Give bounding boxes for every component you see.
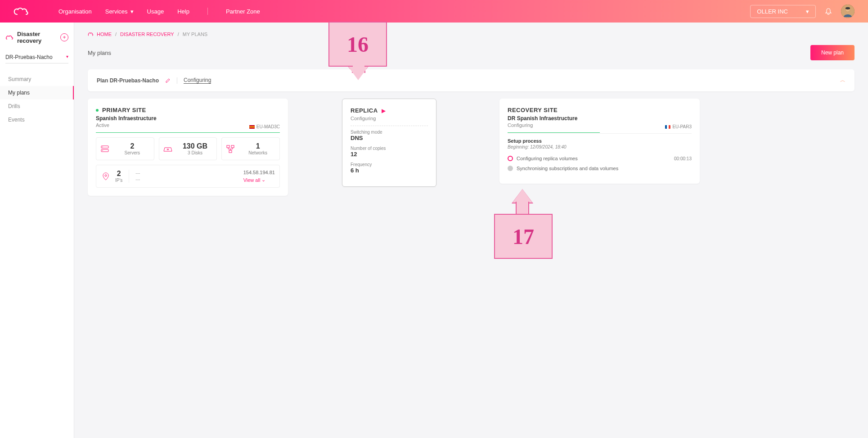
- replica-status: Configuring: [351, 116, 428, 121]
- panels-row: PRIMARY SITE Spanish Infraestructure Act…: [88, 99, 855, 196]
- plan-bar: Plan DR-Pruebas-Nacho Configuring ︿: [88, 69, 855, 91]
- frequency-label: Frequency: [351, 162, 428, 167]
- primary-region: EU-MAD3C: [249, 124, 280, 129]
- page-title: My plans: [88, 50, 111, 56]
- cloud-icon: [5, 35, 13, 40]
- step-active-icon: [508, 156, 513, 161]
- org-name: OLLER INC: [757, 8, 788, 15]
- page-header: My plans New plan: [88, 45, 855, 60]
- frequency-value: 6 h: [351, 167, 428, 174]
- nav-right: OLLER INC ▾: [750, 5, 855, 18]
- add-plan-button[interactable]: +: [60, 33, 68, 41]
- primary-subtitle: Spanish Infraestructure: [96, 115, 280, 122]
- step2-label: Synchronising subscriptions and data vol…: [517, 166, 618, 171]
- copies-value: 12: [351, 151, 428, 158]
- flag-france-icon: [665, 125, 670, 129]
- switch-mode-label: Switching mode: [351, 130, 428, 135]
- play-icon[interactable]: ▶: [382, 108, 386, 114]
- copies-label: Number of copies: [351, 146, 428, 151]
- logo-icon[interactable]: [13, 6, 31, 16]
- replica-panel: REPLICA ▶ Configuring Switching mode DNS…: [342, 99, 436, 187]
- plan-selector[interactable]: DR-Pruebas-Nacho ▾: [5, 51, 68, 63]
- servers-label: Servers: [114, 150, 150, 155]
- switch-mode-value: DNS: [351, 135, 428, 141]
- svg-rect-9: [231, 145, 234, 148]
- recovery-status: Configuring: [508, 122, 692, 128]
- chevron-down-icon: ▾: [66, 54, 68, 60]
- breadcrumb-sep: /: [115, 32, 117, 37]
- chevron-down-icon: ▾: [806, 8, 809, 15]
- sidebar-title: Disaster recovery: [17, 31, 57, 44]
- nav-usage[interactable]: Usage: [147, 8, 164, 15]
- status-dot-icon: [96, 109, 99, 112]
- disk-icon: [163, 144, 173, 154]
- plan-status-link[interactable]: Configuring: [184, 77, 211, 84]
- replica-title: REPLICA: [351, 107, 378, 114]
- server-icon: [100, 144, 110, 154]
- ip-dashes: --- ---: [135, 170, 140, 183]
- svg-rect-10: [229, 150, 232, 153]
- chevron-down-icon: ▾: [130, 8, 134, 15]
- svg-rect-8: [227, 145, 229, 148]
- svg-point-11: [105, 175, 107, 176]
- sidebar-item-drills[interactable]: Drills: [0, 99, 74, 113]
- view-all-link[interactable]: View all⌄: [243, 177, 275, 183]
- svg-point-6: [102, 150, 103, 151]
- breadcrumb-home[interactable]: HOME: [97, 32, 112, 37]
- ip-address: 154.58.194.81 View all⌄: [243, 170, 275, 183]
- annotation-17-arrow-stem: [516, 202, 529, 215]
- sidebar-item-summary[interactable]: Summary: [0, 72, 74, 86]
- progress-bar: [508, 132, 600, 133]
- primary-title: PRIMARY SITE: [102, 107, 146, 113]
- ip-icon: [101, 172, 111, 181]
- sidebar-menu: Summary My plans Drills Events: [0, 72, 74, 126]
- disks-label: 3 Disks: [177, 150, 213, 155]
- edit-icon[interactable]: [165, 78, 171, 83]
- annotation-16: 16: [328, 22, 387, 67]
- setup-process-title: Setup process: [508, 138, 692, 144]
- step1-label: Configuring replica volumes: [517, 156, 578, 161]
- setup-step-1: Configuring replica volumes 00:00:13: [508, 156, 692, 161]
- flag-spain-icon: [249, 125, 255, 129]
- new-plan-button[interactable]: New plan: [810, 45, 855, 60]
- nav-items: Organisation Services▾ Usage Help Partne…: [58, 8, 260, 15]
- sidebar-item-my-plans[interactable]: My plans: [0, 86, 74, 99]
- sidebar: Disaster recovery + DR-Pruebas-Nacho ▾ S…: [0, 23, 74, 438]
- org-dropdown[interactable]: OLLER INC ▾: [750, 5, 816, 18]
- notifications-icon[interactable]: [825, 8, 832, 15]
- primary-site-panel: PRIMARY SITE Spanish Infraestructure Act…: [88, 99, 288, 196]
- recovery-site-panel: RECOVERY SITE DR Spanish Infraestructure…: [499, 99, 700, 184]
- annotation-16-arrow: [348, 67, 368, 80]
- recovery-region: EU-PAR3: [665, 124, 692, 129]
- nav-separator: [207, 8, 208, 15]
- plan-name: Plan DR-Pruebas-Nacho: [97, 77, 159, 84]
- breadcrumb-dr[interactable]: DISASTER RECOVERY: [120, 32, 174, 37]
- ips-label: IP's: [115, 178, 122, 183]
- step1-time: 00:00:13: [674, 156, 692, 161]
- home-icon: [88, 32, 93, 36]
- network-icon: [225, 144, 235, 154]
- sidebar-header: Disaster recovery +: [0, 31, 74, 51]
- sidebar-item-events[interactable]: Events: [0, 113, 74, 126]
- nav-partner-zone[interactable]: Partner Zone: [226, 8, 260, 15]
- chevron-down-icon: ⌄: [261, 177, 265, 183]
- stat-networks: 1 Networks: [221, 137, 280, 160]
- nav-help[interactable]: Help: [177, 8, 189, 15]
- setup-beginning: Beginning: 12/09/2024, 18:40: [508, 144, 692, 149]
- setup-step-2: Synchronising subscriptions and data vol…: [508, 166, 692, 171]
- plan-selected-label: DR-Pruebas-Nacho: [5, 54, 53, 60]
- networks-label: Networks: [240, 150, 276, 155]
- servers-value: 2: [114, 142, 150, 150]
- recovery-subtitle: DR Spanish Infraestructure: [508, 115, 692, 122]
- ips-value: 2: [115, 170, 122, 178]
- breadcrumb-current: MY PLANS: [183, 32, 207, 37]
- nav-services[interactable]: Services▾: [105, 8, 134, 15]
- nav-organisation[interactable]: Organisation: [58, 8, 92, 15]
- stat-servers: 2 Servers: [96, 137, 154, 160]
- recovery-title: RECOVERY SITE: [508, 107, 558, 113]
- user-avatar[interactable]: [841, 5, 855, 18]
- breadcrumb-sep: /: [178, 32, 179, 37]
- step-pending-icon: [508, 166, 513, 171]
- annotation-17: 17: [494, 214, 553, 259]
- collapse-icon[interactable]: ︿: [840, 77, 846, 84]
